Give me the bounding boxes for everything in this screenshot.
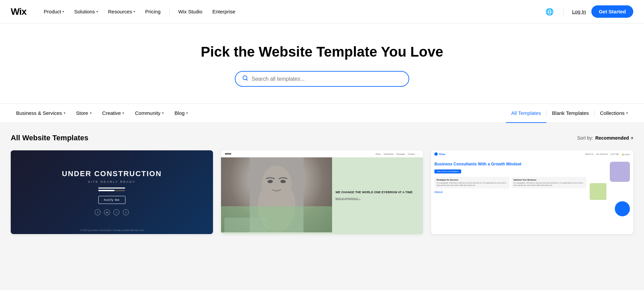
wix-logo[interactable]: Wix: [11, 6, 26, 17]
beauty-nav-packages: Packages: [396, 153, 405, 155]
sort-by-value: Recommended: [595, 135, 629, 141]
business-nav-login: 🔒 Log In: [622, 153, 630, 155]
cat-blank-templates[interactable]: Blank Templates: [547, 103, 594, 123]
business-cta: Get a Free Consultation: [434, 169, 461, 173]
cat-collections-chevron: ▾: [626, 111, 628, 115]
nav-separator-1: [169, 8, 170, 16]
business-nav-services: Our Services: [596, 153, 608, 155]
nav-wixstudio-label: Wix Studio: [178, 9, 203, 14]
search-bar-wrapper: [11, 71, 633, 87]
nav-product-label: Product: [44, 9, 61, 14]
construction-footer: © 2023 by Under Construction. Proudly cr…: [80, 229, 144, 231]
cat-blog[interactable]: Blog ▾: [169, 103, 193, 123]
beauty-preview-content: BRW About Treatments Packages Contact ··…: [221, 150, 423, 234]
nav-pricing-label: Pricing: [145, 9, 161, 14]
language-button[interactable]: 🌐: [543, 6, 555, 18]
cat-community-label: Community: [135, 110, 160, 116]
nav-item-wixstudio[interactable]: Wix Studio: [174, 6, 207, 17]
business-logo-icon: [434, 152, 438, 156]
construction-title: Under Construction: [62, 169, 162, 178]
template-card-beauty[interactable]: BRW About Treatments Packages Contact ··…: [221, 150, 423, 234]
shape-green: [590, 183, 606, 200]
cat-blog-chevron: ▾: [186, 111, 188, 115]
hero-section: Pick the Website Template You Love: [0, 23, 644, 103]
business-body: Business Consultants With a Growth Minds…: [431, 158, 633, 220]
cat-creative[interactable]: Creative ▾: [97, 103, 130, 123]
beauty-main: We Change The World One Eyebrow At A Tim…: [221, 157, 423, 232]
business-logo-area: Risas: [434, 152, 445, 156]
sort-by-button[interactable]: Sort by: Recommended ▾: [577, 135, 633, 141]
social-icon-ig: ○: [113, 209, 119, 215]
hero-title: Pick the Website Template You Love: [11, 44, 633, 60]
construction-bar-1: [98, 188, 125, 189]
nav-item-pricing[interactable]: Pricing: [141, 6, 165, 17]
cat-store-label: Store: [76, 110, 88, 116]
nav-resources-label: Resources: [108, 9, 132, 14]
business-cards: Strategies for Success I'm a paragraph. …: [434, 177, 586, 189]
beauty-green-overlay: [221, 206, 332, 232]
get-started-button[interactable]: Get Started: [591, 5, 633, 18]
nav-item-resources[interactable]: Resources ▾: [104, 6, 139, 17]
nav-item-enterprise[interactable]: Enterprise: [208, 6, 239, 17]
cat-business-services-label: Business & Services: [16, 110, 62, 116]
business-header: Risas About Us Our Services Let's Talk 🔒…: [431, 150, 633, 158]
construction-subtitle: Site Nearly Ready: [88, 180, 136, 183]
business-logo-text: Risas: [439, 153, 445, 155]
beauty-headline: We Change The World One Eyebrow At A Tim…: [335, 191, 420, 195]
cat-all-templates-label: All Templates: [511, 110, 541, 116]
templates-grid: Under Construction Site Nearly Ready Not…: [11, 150, 633, 234]
cat-creative-label: Creative: [102, 110, 121, 116]
nav-resources-chevron: ▾: [133, 10, 135, 13]
nav-item-product[interactable]: Product ▾: [40, 6, 68, 17]
social-icon-li: in: [104, 209, 110, 215]
cat-store-chevron: ▾: [90, 111, 92, 115]
beauty-logo: BRW: [225, 152, 231, 155]
section-title: All Website Templates: [11, 134, 88, 142]
cat-collections[interactable]: Collections ▾: [595, 103, 633, 123]
cat-community[interactable]: Community ▾: [129, 103, 169, 123]
beauty-nav-more: ···: [417, 153, 419, 155]
globe-icon: 🌐: [545, 8, 554, 16]
business-nav-talk: Let's Talk: [610, 153, 619, 155]
business-about-link: About Us: [434, 191, 586, 193]
template-card-construction[interactable]: Under Construction Site Nearly Ready Not…: [11, 150, 213, 234]
social-icon-tw: t: [123, 209, 129, 215]
nav-item-solutions[interactable]: Solutions ▾: [70, 6, 102, 17]
business-nav-about: About Us: [585, 153, 594, 155]
cat-business-chevron: ▾: [64, 111, 65, 115]
beauty-nav: About Treatments Packages Contact ···: [375, 153, 419, 155]
search-input[interactable]: [252, 76, 402, 82]
navbar-nav: Product ▾ Solutions ▾ Resources ▾ Pricin…: [40, 6, 544, 17]
beauty-nav-contact: Contact: [408, 153, 415, 155]
template-preview-business: Risas About Us Our Services Let's Talk 🔒…: [431, 150, 633, 234]
beauty-header: BRW About Treatments Packages Contact ··…: [221, 150, 423, 157]
search-icon: [242, 75, 248, 83]
template-card-business[interactable]: Risas About Us Our Services Let's Talk 🔒…: [431, 150, 633, 234]
section-header: All Website Templates Sort by: Recommend…: [11, 134, 633, 142]
nav-solutions-label: Solutions: [74, 9, 95, 14]
nav-enterprise-label: Enterprise: [212, 9, 235, 14]
business-card-1: Strategies for Success I'm a paragraph. …: [434, 177, 509, 189]
beauty-book-cta: Book an appointment →: [335, 197, 420, 200]
login-button[interactable]: Log In: [572, 9, 586, 14]
beauty-nav-treatments: Treatments: [383, 153, 393, 155]
cat-creative-chevron: ▾: [122, 111, 124, 115]
business-card-2-text: I'm a paragraph. Click here to add your …: [514, 182, 584, 187]
business-preview-content: Risas About Us Our Services Let's Talk 🔒…: [431, 150, 633, 234]
business-right-shapes: [590, 162, 630, 216]
beauty-text-area: We Change The World One Eyebrow At A Tim…: [332, 157, 423, 232]
cat-blank-templates-label: Blank Templates: [552, 110, 589, 116]
sort-by-label: Sort by:: [577, 135, 593, 141]
cat-business-services[interactable]: Business & Services ▾: [11, 103, 71, 123]
business-card-1-title: Strategies for Success: [436, 179, 507, 181]
nav-product-chevron: ▾: [62, 10, 64, 13]
nav-solutions-chevron: ▾: [96, 10, 98, 13]
business-nav: About Us Our Services Let's Talk 🔒 Log I…: [585, 153, 630, 155]
template-preview-beauty: BRW About Treatments Packages Contact ··…: [221, 150, 423, 234]
search-bar: [235, 71, 409, 87]
cat-all-templates[interactable]: All Templates: [506, 103, 546, 123]
template-preview-construction: Under Construction Site Nearly Ready Not…: [11, 150, 213, 234]
cat-store[interactable]: Store ▾: [71, 103, 97, 123]
beauty-nav-about: About: [375, 153, 381, 155]
cat-collections-label: Collections: [600, 110, 625, 116]
